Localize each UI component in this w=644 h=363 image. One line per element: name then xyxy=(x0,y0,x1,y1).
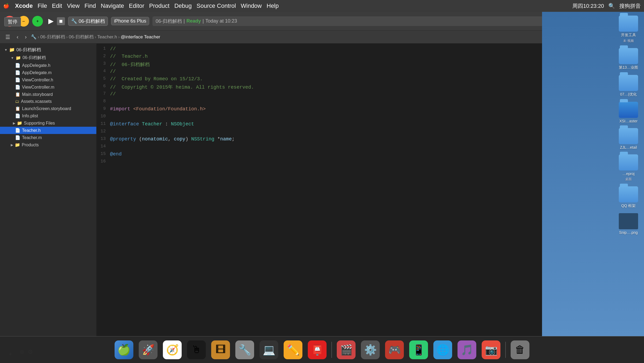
breadcrumb-3[interactable]: 06-归档解档 xyxy=(69,34,94,40)
nav-toggle-button[interactable]: ☰ xyxy=(3,33,12,41)
dock-app7[interactable]: 📷 xyxy=(480,339,502,360)
status-time-sep: | xyxy=(203,18,204,24)
menu-help[interactable]: Help xyxy=(267,2,279,9)
code-line-12: 12 xyxy=(97,128,542,136)
nav-back-button[interactable]: ‹ xyxy=(14,33,21,41)
breadcrumb-5[interactable]: @interface Teacher xyxy=(121,34,160,40)
breadcrumb-1[interactable]: 🔧 xyxy=(31,34,36,40)
sidebar-item-assets[interactable]: 🗂 Assets.xcassets xyxy=(0,98,96,105)
root-folder-icon: 📁 xyxy=(9,47,15,53)
sidebar-products-label: Products xyxy=(22,143,39,147)
supporting-expand-icon: ▶ xyxy=(13,121,15,125)
desktop-folder-snip[interactable]: Snip….png xyxy=(615,212,642,236)
maximize-button[interactable]: + xyxy=(32,16,43,27)
breadcrumb-4[interactable]: Teacher.h xyxy=(97,34,117,40)
editor-content: 1 // 2 // Teacher.h 3 // 06-归档解档 4 // 5 … xyxy=(97,43,542,168)
sidebar-info-plist-label: Info.plist xyxy=(22,114,38,118)
terminal-icon: 💻 xyxy=(259,340,278,359)
desktop-folder-qq[interactable]: QQ 框架 xyxy=(615,185,642,210)
desktop-folder-xsi[interactable]: XSI…aster xyxy=(615,100,642,125)
sidebar-item-viewcontroller-m[interactable]: 📄 ViewController.m xyxy=(0,84,96,91)
dock-safari[interactable]: 🧭 xyxy=(161,339,183,360)
menu-find[interactable]: Find xyxy=(85,2,96,9)
dock-app3[interactable]: 🎮 xyxy=(383,339,405,360)
dock-pocket[interactable]: 📮 xyxy=(306,339,328,360)
code-line-1: 1 // xyxy=(97,46,542,53)
menu-edit[interactable]: Edit xyxy=(52,2,62,9)
sidebar-item-main-storyboard[interactable]: 📋 Main.storyboard xyxy=(0,91,96,98)
run-button[interactable]: ▶ xyxy=(48,17,54,25)
sidebar-item-viewcontroller-h[interactable]: 📄 ViewController.h xyxy=(0,76,96,84)
sidebar-item-appdelegate-h[interactable]: 📄 AppDelegate.h xyxy=(0,62,96,69)
dock-app1[interactable]: 🎬 xyxy=(335,339,357,360)
menubar-search: 搜狗拼音 xyxy=(619,2,641,10)
apple-logo[interactable]: 🍎 xyxy=(3,3,9,9)
code-line-16: 16 xyxy=(97,158,542,166)
desktop-folder-07[interactable]: 07…(优化 xyxy=(615,73,642,99)
desktop-folder-proj[interactable]: …eproj 桌面 xyxy=(615,153,642,183)
subfolder-expand-icon: ▼ xyxy=(11,56,14,60)
device-selector[interactable]: iPhone 6s Plus xyxy=(111,17,149,25)
menu-editor[interactable]: Editor xyxy=(129,2,144,9)
status-separator: | xyxy=(184,18,185,24)
breadcrumb-2[interactable]: 06-归档解档 xyxy=(40,34,65,40)
dock-separator-2 xyxy=(505,342,506,358)
dock-app5[interactable]: 🌐 xyxy=(432,339,454,360)
dock-sketch[interactable]: ✏️ xyxy=(282,339,304,360)
menu-view[interactable]: View xyxy=(67,2,79,9)
scheme-selector[interactable]: 🔧 06-归档解档 xyxy=(68,17,108,26)
desktop-folder-devtools[interactable]: 开发工具 未·视频 xyxy=(615,14,642,45)
dock-app4[interactable]: 📱 xyxy=(408,339,430,360)
appdelegate-m-icon: 📄 xyxy=(15,70,20,75)
dock-photos[interactable]: 🎞 xyxy=(210,339,232,360)
menu-xcode[interactable]: Xcode xyxy=(15,2,33,9)
sidebar-item-teacher-m[interactable]: 📄 Teacher.m xyxy=(0,134,96,141)
dock-launchpad[interactable]: 🚀 xyxy=(137,339,159,360)
menu-file[interactable]: File xyxy=(38,2,47,9)
menu-navigate[interactable]: Navigate xyxy=(101,2,124,9)
app6-icon: 🎵 xyxy=(458,340,476,359)
menu-source-control[interactable]: Source Control xyxy=(197,2,236,9)
dock-separator xyxy=(331,342,332,358)
dock-mouse[interactable]: 🖱 xyxy=(185,339,207,360)
safari-icon: 🧭 xyxy=(163,340,182,359)
dock-tools[interactable]: 🔧 xyxy=(234,339,256,360)
subfolder-icon: 📁 xyxy=(16,55,21,60)
launchpad-icon: 🚀 xyxy=(139,340,158,359)
desktop-folder-zjl[interactable]: ZJL…etail xyxy=(615,126,642,151)
search-icon[interactable]: 🔍 xyxy=(608,3,615,9)
menu-debug[interactable]: Debug xyxy=(174,2,192,9)
assets-icon: 🗂 xyxy=(15,99,19,104)
menu-window[interactable]: Window xyxy=(241,2,262,9)
sidebar-item-appdelegate-m[interactable]: 📄 AppDelegate.m xyxy=(0,69,96,76)
sidebar-root-group[interactable]: ▼ 📁 06-归档解档 xyxy=(0,46,96,54)
sidebar-item-teacher-h[interactable]: 📄 Teacher.h xyxy=(0,127,96,134)
products-expand-icon: ▶ xyxy=(11,143,13,147)
dock-app2[interactable]: ⚙️ xyxy=(359,339,381,360)
sidebar-item-supporting-files[interactable]: ▶ 📁 Supporting Files xyxy=(0,119,96,127)
devtools-folder-label: 开发工具 xyxy=(621,33,636,38)
sidebar-item-subfolder[interactable]: ▼ 📁 06-归档解档 xyxy=(0,54,96,62)
code-editor[interactable]: 1 // 2 // Teacher.h 3 // 06-归档解档 4 // 5 … xyxy=(97,43,542,336)
nav-forward-button[interactable]: › xyxy=(23,33,29,41)
stop-button[interactable]: ■ xyxy=(57,17,65,25)
viewcontroller-h-icon: 📄 xyxy=(15,77,20,82)
dock-app6[interactable]: 🎵 xyxy=(456,339,478,360)
sidebar-item-products[interactable]: ▶ 📁 Products xyxy=(0,141,96,148)
dock-trash[interactable]: 🗑 xyxy=(509,339,531,360)
app3-icon: 🎮 xyxy=(385,340,404,359)
menu-product[interactable]: Product xyxy=(149,2,170,9)
status-time: Today at 10:23 xyxy=(206,18,237,24)
status-filename: 06-归档解档 xyxy=(156,18,182,24)
folder-proj-label: …eproj xyxy=(622,172,634,176)
sidebar-item-info-plist[interactable]: 📄 Info.plist xyxy=(0,112,96,119)
tools-icon: 🔧 xyxy=(235,340,254,359)
dock-finder[interactable]: 🍏 xyxy=(113,339,135,360)
dock-terminal[interactable]: 💻 xyxy=(258,339,280,360)
desktop-folder-13[interactable]: 第13…业图 xyxy=(615,46,642,72)
sketch-icon: ✏️ xyxy=(284,340,302,359)
folder-07-label: 07…(优化 xyxy=(620,92,637,97)
app5-icon: 🌐 xyxy=(433,340,452,359)
pocket-icon: 📮 xyxy=(308,340,327,359)
sidebar-item-launch-storyboard[interactable]: 📋 LaunchScreen.storyboard xyxy=(0,105,96,112)
